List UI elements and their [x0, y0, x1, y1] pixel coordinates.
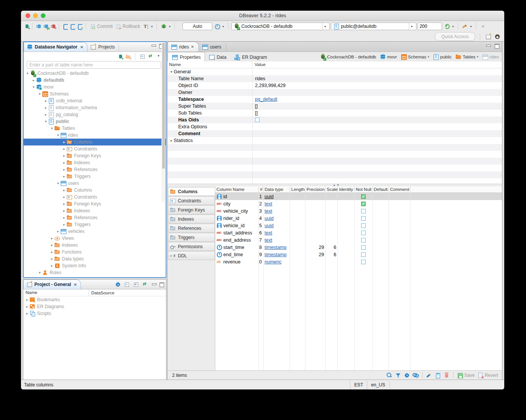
cell-not-null[interactable]	[355, 236, 373, 244]
tree-item-indexes[interactable]: ▸Indexes	[24, 207, 166, 214]
column-header-column-name[interactable]: Column Name	[215, 186, 259, 192]
tablespace-link[interactable]: pg_default	[255, 97, 277, 102]
save-button[interactable]: Save	[457, 372, 474, 378]
not-null-checkbox[interactable]	[361, 223, 366, 228]
tree-item-functions[interactable]: ▸Functions	[24, 249, 166, 255]
expand-arrow[interactable]: ▸	[62, 202, 66, 206]
column-header-scale[interactable]: Scale	[326, 186, 338, 192]
tree-item-pg-catalog[interactable]: ▸pg_catalog	[24, 111, 166, 118]
side-tab-columns[interactable]: Columns	[168, 187, 215, 196]
side-tab-triggers[interactable]: Triggers	[168, 233, 215, 242]
tree-item-bookmarks[interactable]: ▸Bookmarks	[23, 296, 166, 303]
expand-arrow[interactable]: ▸	[62, 154, 66, 158]
expand-arrow[interactable]: ▸	[62, 216, 66, 220]
chevron-down-icon[interactable]: ▾	[477, 55, 479, 58]
quick-access-input[interactable]	[435, 32, 475, 41]
dbeaver-perspective-icon[interactable]	[494, 34, 500, 40]
schema-dropdown-arrow[interactable]: ▼	[409, 23, 414, 30]
close-icon[interactable]: ✕	[80, 45, 83, 49]
column-row-vehicle-city[interactable]: vehicle_city3text	[215, 207, 502, 215]
datatype-link[interactable]: uuid	[265, 216, 274, 221]
tree-item-triggers[interactable]: ▸Triggers	[24, 221, 166, 228]
cell-not-null[interactable]	[355, 251, 373, 258]
collapse-all-icon[interactable]	[124, 281, 130, 288]
side-tab-foreign-keys[interactable]: Foreign Keys	[168, 205, 215, 214]
minimize-editor-icon[interactable]	[486, 44, 491, 48]
property-row-owner[interactable]: Owner	[168, 89, 502, 96]
expand-arrow[interactable]: ▸	[62, 209, 66, 213]
tree-item-scripts[interactable]: ▸Scripts	[23, 310, 166, 317]
datatype-link[interactable]: timestamp	[265, 252, 287, 257]
not-null-checkbox[interactable]	[361, 216, 366, 221]
expand-arrow[interactable]: ▾	[25, 71, 30, 75]
expand-arrow[interactable]: ▸	[62, 188, 66, 192]
sash-arrows[interactable]: ▲▼	[333, 184, 340, 186]
not-null-checkbox[interactable]	[361, 252, 366, 257]
tree-item-schemas[interactable]: ▾Schemas	[24, 90, 166, 97]
property-row-table-name[interactable]: Table Namerides	[168, 75, 502, 82]
expand-arrow[interactable]: ▾	[44, 120, 48, 123]
editor-tab-users[interactable]: users	[199, 42, 226, 52]
chevron-down-icon[interactable]: ▾	[428, 55, 429, 58]
expand-arrow[interactable]: ▸	[44, 113, 48, 116]
tree-item-constraints[interactable]: ▸Constraints	[24, 194, 166, 200]
new-connection-icon[interactable]	[23, 23, 29, 29]
transaction-history-button[interactable]: ▼	[213, 23, 225, 30]
tree-item-public[interactable]: ▾public	[24, 118, 166, 125]
tree-item-rides[interactable]: ▾rides	[24, 132, 166, 139]
expand-arrow[interactable]: ▸	[44, 99, 48, 103]
transaction-log-button[interactable]: ▼	[142, 23, 154, 30]
tree-item-movr[interactable]: ▾movr	[24, 84, 166, 90]
columns-config-icon[interactable]	[435, 372, 441, 378]
expand-arrow[interactable]: ▸	[25, 305, 29, 309]
fetch-size-input[interactable]	[418, 23, 442, 30]
tree-item-references[interactable]: ▸References	[24, 166, 166, 173]
tree-item-views[interactable]: ▸Views	[24, 235, 166, 242]
rollback-button[interactable]: Rollback	[115, 23, 141, 30]
column-row-city[interactable]: city2text	[215, 200, 502, 207]
tree-item-vehicles[interactable]: ▸vehicles	[24, 228, 166, 235]
table-filter-input[interactable]	[27, 61, 161, 69]
debug-button[interactable]: ▼	[160, 23, 172, 30]
expand-arrow[interactable]: ▸	[62, 195, 66, 199]
breadcrumb-item-public[interactable]: public	[433, 54, 452, 60]
tree-item-foreign-keys[interactable]: ▸Foreign Keys	[24, 152, 166, 159]
expand-arrow[interactable]: ▾	[37, 271, 42, 275]
column-header-precision[interactable]: Precision	[305, 186, 326, 192]
tab-project-general[interactable]: Project - General ✕	[23, 279, 81, 289]
back-history-icon[interactable]	[479, 23, 485, 29]
open-perspective-icon[interactable]	[485, 34, 491, 40]
tree-item-columns[interactable]: ▸Columns	[24, 139, 166, 145]
new-folder-icon[interactable]	[125, 53, 131, 60]
side-tab-constraints[interactable]: Constraints	[168, 196, 215, 205]
tree-item-references[interactable]: ▸References	[24, 214, 166, 221]
column-row-revenue[interactable]: revenue10numeric	[215, 258, 502, 265]
close-icon[interactable]: ✕	[74, 283, 77, 287]
cell-not-null[interactable]	[355, 200, 373, 207]
datatype-link[interactable]: timestamp	[265, 245, 287, 250]
side-tab-references[interactable]: References	[168, 224, 215, 233]
expand-arrow[interactable]: ▾	[31, 85, 36, 89]
property-row-tablespace[interactable]: Tablespacepg_default	[168, 96, 502, 103]
tree-item-indexes[interactable]: ▸Indexes	[24, 242, 166, 249]
commit-button[interactable]: Commit	[89, 23, 113, 30]
tree-item-er-diagrams[interactable]: ▸ER Diagrams	[23, 303, 166, 310]
not-null-checkbox[interactable]	[361, 245, 366, 250]
gear-icon[interactable]	[404, 372, 410, 378]
datatype-link[interactable]: text	[265, 237, 272, 243]
minimize-panel-icon[interactable]	[151, 44, 156, 48]
gear-icon[interactable]	[115, 281, 121, 288]
datatype-link[interactable]: text	[265, 230, 272, 236]
cell-not-null[interactable]	[355, 258, 373, 265]
tree-item-defaultdb[interactable]: ▸defaultdb	[24, 77, 166, 84]
open-sql-script-icon[interactable]: +	[77, 23, 83, 29]
side-tab-permissions[interactable]: Permissions	[168, 242, 215, 251]
tab-projects[interactable]: Projects	[87, 42, 119, 52]
tree-item-information-schema[interactable]: ▸information_schema	[24, 104, 166, 111]
datatype-link[interactable]: numeric	[265, 259, 281, 265]
breadcrumb-item-schemas[interactable]: Schemas▾	[401, 54, 429, 60]
expand-arrow[interactable]: ▸	[31, 78, 36, 82]
column-header-identity[interactable]: Identity	[338, 186, 355, 192]
column-header-not-null[interactable]: Not Null	[355, 186, 373, 192]
tree-item-tables[interactable]: ▾Tables	[24, 125, 166, 132]
